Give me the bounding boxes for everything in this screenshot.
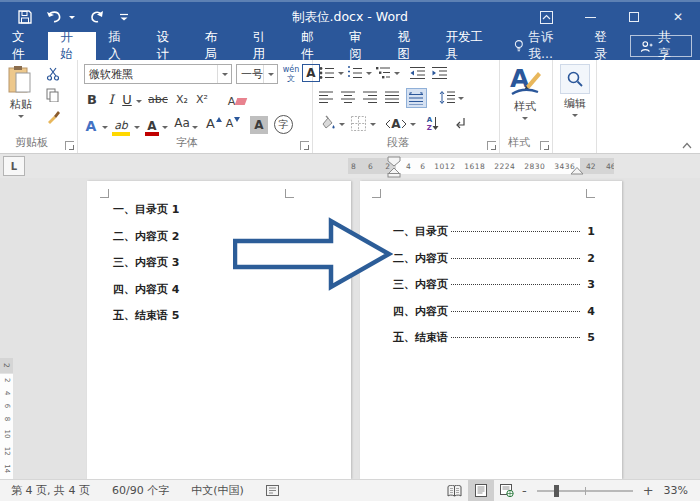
styles-caret-icon (522, 117, 528, 120)
paste-button[interactable]: 粘贴 (8, 65, 34, 118)
share-button[interactable]: 共享 (630, 35, 692, 57)
font-family-caret-icon[interactable] (217, 65, 231, 83)
change-case-button[interactable]: Aa (172, 116, 192, 130)
maximize-icon[interactable] (612, 2, 656, 32)
text-effects-button[interactable]: A (82, 116, 100, 136)
strikethrough-button[interactable]: abc (146, 93, 170, 106)
underline-button[interactable]: U (120, 92, 134, 107)
copy-button[interactable] (46, 88, 60, 102)
subscript-button[interactable]: X₂ (173, 93, 191, 106)
phonetic-guide-button[interactable]: wén 文 (282, 62, 300, 86)
tab-insert[interactable]: 插入 (96, 32, 144, 60)
enclose-characters-button[interactable]: 字 (274, 115, 293, 134)
align-left-button[interactable] (319, 91, 334, 104)
editing-button[interactable]: 编辑 (560, 64, 590, 117)
show-marks-button[interactable] (453, 116, 467, 130)
ribbon-display-options-icon[interactable] (524, 2, 568, 32)
align-right-button[interactable] (363, 91, 378, 104)
character-shading-button[interactable]: A (250, 116, 268, 134)
page-right[interactable]: 一、目录页1 二、内容页2 三、内容页3 四、内容页4 五、结束语5 (360, 181, 622, 479)
tab-design[interactable]: 设计 (145, 32, 193, 60)
font-family-select[interactable]: 微软雅黑 (84, 64, 232, 84)
styles-dialog-launcher-icon[interactable] (540, 141, 549, 150)
tell-me-box[interactable]: 告诉我... (506, 32, 584, 60)
sign-in-button[interactable]: 登录 (584, 32, 628, 60)
multilevel-list-button[interactable] (375, 66, 391, 80)
paragraph-dialog-launcher-icon[interactable] (487, 141, 496, 150)
font-size-value: 一号 (237, 67, 263, 82)
line-spacing-caret-icon[interactable] (458, 97, 464, 100)
page-right-content: 一、目录页1 二、内容页2 三、内容页3 四、内容页4 五、结束语5 (360, 181, 622, 352)
bullets-caret-icon[interactable] (338, 72, 344, 75)
web-layout-button[interactable] (494, 480, 520, 501)
clipboard-group: 粘贴 剪贴板 (0, 60, 78, 153)
highlight-caret-icon[interactable] (134, 126, 140, 129)
font-color-caret-icon[interactable] (162, 126, 168, 129)
tab-home[interactable]: 开始 (48, 32, 96, 60)
sort-button[interactable]: A Z (423, 113, 443, 135)
tab-mailings[interactable]: 邮件 (289, 32, 337, 60)
font-color-button[interactable]: A (144, 115, 160, 136)
zoom-slider-handle[interactable] (554, 485, 559, 497)
justify-button[interactable] (385, 91, 400, 104)
toc-line: 五、结束语5 (393, 325, 595, 352)
grow-font-button[interactable]: A (206, 116, 222, 131)
numbering-button[interactable] (347, 66, 363, 80)
styles-label: 样式 (514, 99, 536, 114)
tab-developer[interactable]: 开发工具 (434, 32, 506, 60)
shrink-font-button[interactable]: A (225, 117, 241, 130)
bold-button[interactable]: B (84, 92, 100, 107)
tab-file[interactable]: 文件 (0, 32, 48, 60)
read-mode-button[interactable] (442, 480, 468, 501)
increase-indent-button[interactable] (431, 66, 448, 80)
align-center-button[interactable] (341, 91, 356, 104)
italic-button[interactable]: I (104, 92, 118, 107)
zoom-level[interactable]: 33% (656, 484, 700, 497)
font-dialog-launcher-icon[interactable] (300, 141, 309, 150)
minimize-icon[interactable] (568, 2, 612, 32)
superscript-button[interactable]: X² (193, 93, 211, 106)
tab-references[interactable]: 引用 (241, 32, 289, 60)
tab-review[interactable]: 审阅 (337, 32, 385, 60)
font-size-caret-icon[interactable] (263, 65, 277, 83)
font-size-select[interactable]: 一号 (236, 64, 278, 84)
shading-button[interactable] (319, 115, 336, 131)
text-effects-caret-icon[interactable] (102, 126, 108, 129)
shading-caret-icon[interactable] (339, 123, 345, 126)
zoom-in-button[interactable]: + (641, 483, 656, 498)
close-icon[interactable]: ✕ (656, 2, 700, 32)
multilevel-caret-icon[interactable] (394, 72, 400, 75)
underline-caret-icon[interactable] (136, 100, 142, 103)
line-spacing-button[interactable] (439, 91, 455, 104)
borders-caret-icon[interactable] (370, 123, 376, 126)
change-case-caret-icon[interactable] (192, 126, 198, 129)
highlight-button[interactable]: ab (111, 115, 131, 136)
borders-button[interactable] (351, 116, 366, 131)
asian-layout-caret-icon[interactable] (410, 123, 416, 126)
right-arrow-shape[interactable] (233, 213, 393, 295)
font-group: 微软雅黑 一号 wén 文 A B I U abc X₂ X² A A (78, 60, 313, 153)
collapse-ribbon-button[interactable] (682, 142, 692, 149)
bullets-button[interactable] (319, 66, 335, 80)
distribute-button[interactable] (406, 88, 427, 108)
decrease-indent-button[interactable] (409, 66, 426, 80)
page-info[interactable]: 第 4 页, 共 4 页 (0, 483, 101, 498)
tab-view[interactable]: 视图 (385, 32, 433, 60)
word-count[interactable]: 60/90 个字 (101, 483, 180, 498)
styles-button[interactable]: A 样式 (508, 64, 542, 120)
ruler-markers[interactable] (0, 154, 700, 178)
clear-formatting-button[interactable]: A (226, 91, 248, 111)
macro-record-button[interactable] (255, 485, 290, 496)
print-layout-button[interactable] (468, 480, 494, 501)
zoom-out-button[interactable]: - (520, 483, 529, 498)
tab-layout[interactable]: 布局 (193, 32, 241, 60)
styles-icon: A (508, 64, 542, 98)
asian-layout-button[interactable]: A (385, 115, 407, 133)
clipboard-dialog-launcher-icon[interactable] (65, 141, 74, 150)
numbering-caret-icon[interactable] (366, 72, 372, 75)
zoom-slider[interactable] (537, 490, 633, 492)
toc-label: 三、内容页 (393, 272, 448, 299)
language-status[interactable]: 中文(中国) (180, 483, 255, 498)
cut-button[interactable] (46, 67, 61, 81)
format-painter-button[interactable] (46, 109, 61, 124)
